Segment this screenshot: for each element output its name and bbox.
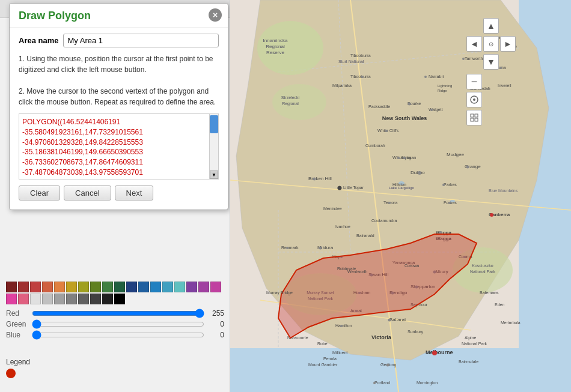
svg-text:Sunbury: Sunbury: [408, 330, 424, 334]
red-value: 255: [209, 309, 224, 318]
svg-point-96: [386, 364, 389, 367]
svg-text:Mudgee: Mudgee: [447, 152, 464, 157]
svg-text:Cumborah: Cumborah: [365, 143, 385, 148]
clear-button[interactable]: Clear: [19, 185, 60, 201]
color-swatch[interactable]: [66, 294, 77, 304]
scrollbar-arrow-down[interactable]: ▼: [210, 170, 218, 179]
grid-button[interactable]: [466, 110, 482, 125]
svg-text:White Cliffs: White Cliffs: [377, 128, 399, 133]
svg-text:Parkes: Parkes: [444, 182, 457, 187]
pan-up-button[interactable]: ▲: [483, 18, 499, 34]
color-swatch[interactable]: [90, 294, 101, 304]
color-swatch[interactable]: [114, 294, 125, 304]
color-swatch[interactable]: [210, 282, 221, 292]
svg-point-98: [373, 382, 376, 384]
color-swatch[interactable]: [78, 294, 89, 304]
settings-icon: [470, 95, 478, 104]
color-swatch[interactable]: [102, 294, 113, 304]
color-swatch[interactable]: [42, 294, 53, 304]
svg-text:Portland: Portland: [374, 381, 390, 385]
red-label: Red: [6, 309, 27, 318]
instruction1: 1. Using the mouse, position the cursor …: [19, 55, 213, 74]
color-swatch[interactable]: [42, 282, 53, 292]
svg-text:Broken Hill: Broken Hill: [308, 176, 332, 181]
color-swatch[interactable]: [30, 282, 41, 292]
svg-text:Strzelecki: Strzelecki: [281, 95, 300, 100]
red-slider[interactable]: [32, 309, 204, 318]
svg-rect-139: [471, 118, 474, 121]
pan-right-button[interactable]: ►: [500, 36, 516, 52]
svg-point-33: [361, 76, 364, 78]
pan-left-button[interactable]: ◄: [466, 36, 482, 52]
color-swatch[interactable]: [150, 282, 161, 292]
close-button[interactable]: ×: [209, 8, 222, 22]
blue-label: Blue: [6, 331, 27, 339]
color-swatch[interactable]: [198, 282, 209, 292]
svg-text:Ivanhoe: Ivanhoe: [335, 225, 350, 229]
map-area: Innamincka Regional Reserve Murray Sunse…: [230, 0, 571, 392]
cancel-button[interactable]: Cancel: [64, 185, 111, 201]
scrollbar-area: ▼: [210, 113, 219, 179]
svg-text:Regional: Regional: [266, 44, 285, 49]
instruction2: 2. Move the cursor to the second vertext…: [19, 87, 216, 106]
left-panel: Draw Polygon × Area name 1. Using the mo…: [0, 0, 230, 392]
svg-text:Tibooburra: Tibooburra: [350, 53, 371, 58]
svg-point-113: [408, 103, 411, 106]
svg-text:Millicent: Millicent: [332, 351, 347, 355]
area-name-label: Area name: [19, 36, 58, 45]
color-swatch[interactable]: [126, 282, 137, 292]
polygon-coords-textarea[interactable]: POLYGON((146.52441406191 -35.58049192316…: [19, 113, 210, 179]
color-swatch[interactable]: [18, 282, 29, 292]
color-swatch[interactable]: [186, 282, 197, 292]
svg-point-56: [466, 166, 469, 169]
color-swatch[interactable]: [78, 282, 89, 292]
scrollbar-thumb[interactable]: [210, 115, 218, 133]
svg-point-52: [442, 184, 445, 186]
dialog-buttons: Clear Cancel Next: [19, 185, 219, 201]
next-button[interactable]: Next: [115, 185, 154, 201]
svg-text:National Park: National Park: [470, 270, 496, 274]
green-value: 0: [209, 320, 224, 328]
zoom-out-button[interactable]: −: [466, 74, 482, 89]
color-swatch[interactable]: [30, 294, 41, 304]
svg-text:Murray Bridge: Murray Bridge: [266, 291, 293, 295]
blue-slider[interactable]: [32, 331, 204, 339]
svg-point-111: [403, 157, 406, 159]
svg-point-46: [319, 247, 322, 250]
svg-text:Mornington: Mornington: [417, 381, 438, 385]
map-controls: ▲ ◄ ⊙ ► ▼ −: [466, 18, 516, 125]
color-swatch[interactable]: [6, 294, 17, 304]
green-label: Green: [6, 320, 27, 328]
svg-text:Hillston: Hillston: [392, 182, 406, 187]
svg-point-50: [418, 171, 421, 175]
svg-text:Penola: Penola: [323, 357, 337, 361]
svg-text:Renmark: Renmark: [281, 246, 299, 250]
svg-text:Kosciuszko: Kosciuszko: [472, 264, 493, 268]
pan-down-button[interactable]: ▼: [483, 54, 499, 70]
svg-point-76: [388, 319, 391, 322]
area-name-input[interactable]: [63, 34, 219, 47]
svg-text:Balranald: Balranald: [356, 234, 374, 238]
color-swatch[interactable]: [54, 282, 65, 292]
svg-text:Cootamundra: Cootamundra: [371, 219, 397, 223]
svg-point-36: [385, 130, 388, 132]
pan-center-button[interactable]: ⊙: [483, 36, 499, 52]
zoom-settings-button[interactable]: [466, 92, 482, 107]
color-swatch[interactable]: [102, 282, 113, 292]
color-swatch[interactable]: [66, 282, 77, 292]
color-swatch[interactable]: [174, 282, 185, 292]
color-swatch[interactable]: [18, 294, 29, 304]
color-swatch[interactable]: [162, 282, 173, 292]
svg-point-54: [448, 202, 451, 204]
color-swatch[interactable]: [114, 282, 125, 292]
color-swatch[interactable]: [90, 282, 101, 292]
green-slider[interactable]: [32, 320, 204, 328]
polygon-coords-container: POLYGON((146.52441406191 -35.58049192316…: [19, 113, 219, 179]
color-swatch[interactable]: [138, 282, 149, 292]
color-swatch[interactable]: [54, 294, 65, 304]
svg-rect-138: [475, 114, 478, 117]
instructions: 1. Using the mouse, position the cursor …: [19, 53, 219, 107]
svg-text:Milparinka: Milparinka: [332, 83, 352, 88]
svg-text:Merimbula: Merimbula: [501, 321, 521, 325]
color-swatch[interactable]: [6, 282, 17, 292]
